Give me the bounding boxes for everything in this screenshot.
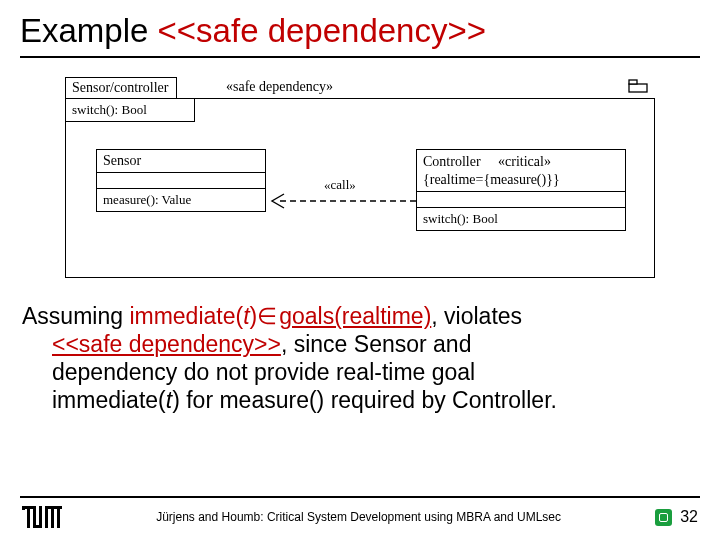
svg-rect-5 [27,506,30,528]
class-sensor: Sensor measure(): Value [96,149,266,212]
svg-rect-12 [57,506,60,528]
svg-rect-9 [45,506,48,528]
footer-text: Jürjens and Houmb: Critical System Devel… [62,510,655,524]
class-sensor-op: measure(): Value [97,189,265,211]
footer-divider [20,496,700,498]
svg-rect-6 [33,506,36,528]
body-word: , violates [431,303,522,329]
svg-rect-8 [39,506,42,528]
class-controller-header: Controller «critical» {realtime={measure… [417,150,625,192]
body-word: , since Sensor and [281,331,472,357]
svg-rect-1 [629,80,637,84]
title-prefix: Example [20,12,158,49]
tum-logo [22,506,62,528]
title-stereotype: <<safe dependency>> [158,12,486,49]
body-word: ) for measure() required by Controller. [172,387,557,413]
package-name-tab: Sensor/controller [65,77,177,99]
body-stereotype: <<safe dependency>> [52,331,281,357]
page-number: 32 [680,508,698,526]
dependency-label: «call» [322,177,358,193]
package-frame: Sensor/controller «safe dependency» swit… [65,98,655,278]
svg-rect-0 [629,84,647,92]
class-sensor-name: Sensor [97,150,265,173]
element-of-symbol: ∈ [257,303,279,329]
body-goals: goals(realtime) [279,303,431,329]
body-line: dependency do not provide real-time goal [22,358,698,386]
body-word: Assuming [22,303,129,329]
slide-title: Example <<safe dependency>> [20,12,700,58]
class-controller-stereotype: «critical» [498,154,551,169]
slide-marker-icon [655,509,672,526]
package-operation: switch(): Bool [65,98,195,122]
uml-diagram: Sensor/controller «safe dependency» swit… [65,76,655,284]
body-word: immediate( [52,387,166,413]
body-immediate: immediate( [129,303,243,329]
dependency-arrow [266,191,416,211]
class-sensor-attrs [97,173,265,189]
slide-body: Assuming immediate(t)∈goals(realtime), v… [20,302,700,414]
class-controller: Controller «critical» {realtime={measure… [416,149,626,231]
package-icon [628,79,648,93]
class-controller-op: switch(): Bool [417,208,625,230]
footer: Jürjens and Houmb: Critical System Devel… [0,504,720,530]
class-controller-tag: {realtime={measure()}} [423,172,560,187]
class-controller-name: Controller [423,154,481,169]
package-stereotype: «safe dependency» [226,79,333,95]
svg-rect-11 [51,506,54,528]
class-controller-attrs [417,192,625,208]
